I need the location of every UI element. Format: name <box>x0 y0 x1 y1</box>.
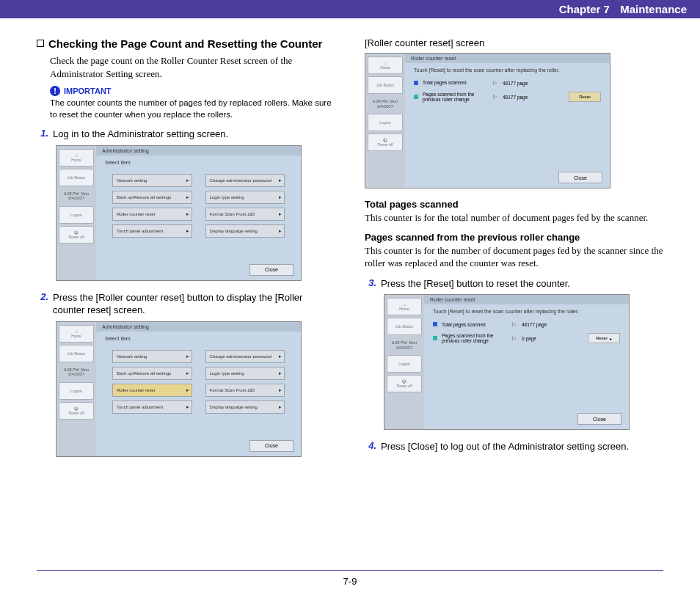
prev-pages-value: 48177 page <box>503 95 547 100</box>
step-text: Press the [Reset] button to reset the co… <box>381 277 663 290</box>
prev-pages-row: Pages scanned from the previous roller c… <box>405 89 610 105</box>
format-button[interactable]: Format Scan Front 220▸ <box>205 208 285 221</box>
format-button[interactable]: Format Scan Front 220▸ <box>205 384 285 397</box>
chapter-header: Chapter 7 Maintenance <box>0 0 700 18</box>
logout-button[interactable]: Logout <box>387 355 422 373</box>
shot-main-panel: Roller counter reset Touch [Reset] to re… <box>424 295 629 429</box>
chapter-title: Maintenance <box>620 3 687 15</box>
step-number: 4. <box>365 440 376 453</box>
job-button[interactable]: Job Button <box>387 318 422 335</box>
roller-counter-reset-button[interactable]: Roller counter reset▸ <box>112 384 192 397</box>
network-setting-button[interactable]: Network setting▸ <box>112 350 192 363</box>
display-language-button[interactable]: Display language setting▸ <box>205 224 285 238</box>
panel-title: Administrator setting <box>96 146 301 156</box>
logout-button[interactable]: Logout <box>368 114 403 131</box>
reset-button[interactable]: Reset ▸ <box>588 333 620 343</box>
change-password-button[interactable]: Change administrator password▸ <box>205 350 285 363</box>
shot-sidebar: ⌂ Home Job Button 6:08 PM. Mon 6/4/2007 … <box>56 146 96 280</box>
home-button[interactable]: ⌂ Home <box>387 298 422 315</box>
panel-title: Roller counter reset <box>405 54 610 63</box>
time-display: 6:09 PM. Mon 6/4/2007 <box>373 99 398 109</box>
step-text: Log in to the Administrator setting scre… <box>53 128 335 141</box>
login-type-button[interactable]: Login type setting▸ <box>205 367 285 380</box>
rcr-screen-caption: [Roller counter reset] screen <box>365 37 663 48</box>
heading-bullet-icon <box>37 40 44 47</box>
screenshot-admin-setting-highlight: ⌂ Home Job Button 6:08 PM. Mon 6/4/2007 … <box>56 321 302 457</box>
poweroff-button[interactable]: ⏻ Power off <box>59 402 94 420</box>
prev-pages-desc: This counter is for the number of docume… <box>365 244 663 270</box>
poweroff-button[interactable]: ⏻ Power off <box>368 133 403 151</box>
step-2: 2. Press the [Roller counter reset] butt… <box>37 291 335 317</box>
close-button[interactable]: Close <box>558 172 602 183</box>
shot-sidebar: ⌂ Home Job Button 6:09 PM. Mon 6/4/2007 … <box>365 54 405 188</box>
important-text: The counter counts the number of pages f… <box>50 98 335 120</box>
chevron-right-icon: ▸ <box>186 228 189 234</box>
display-language-button[interactable]: Display language setting▸ <box>205 400 285 414</box>
step-number: 2. <box>37 291 48 317</box>
time-display: 6:09 PM. Mon 6/4/2007 <box>392 340 417 350</box>
step-1: 1. Log in to the Administrator setting s… <box>37 128 335 141</box>
home-button[interactable]: ⌂ Home <box>59 325 94 343</box>
total-pages-row: Total pages scanned ▷ 48177 page <box>424 318 629 330</box>
section-heading: Checking the Page Count and Resetting th… <box>37 37 335 50</box>
roller-counter-reset-button[interactable]: Roller counter reset▸ <box>112 208 192 221</box>
home-button[interactable]: ⌂ Home <box>368 56 403 74</box>
chevron-right-icon: ▸ <box>186 387 189 393</box>
chevron-right-icon: ▸ <box>279 404 282 410</box>
chevron-right-icon: ▸ <box>186 404 189 410</box>
section-title: Checking the Page Count and Resetting th… <box>48 37 322 50</box>
right-column: [Roller counter reset] screen ⌂ Home Job… <box>365 37 663 467</box>
close-button[interactable]: Close <box>249 440 294 452</box>
network-setting-button[interactable]: Network setting▸ <box>112 174 192 187</box>
shot-sidebar: ⌂ Home Job Button 6:09 PM. Mon 6/4/2007 … <box>384 295 424 429</box>
total-pages-heading: Total pages scanned <box>365 199 663 210</box>
shot-main-panel: Roller counter reset Touch [Reset] to re… <box>405 54 610 188</box>
login-type-button[interactable]: Login type setting▸ <box>205 191 285 204</box>
blue-marker-icon <box>433 322 437 326</box>
panel-title: Roller counter reset <box>424 295 629 304</box>
reset-button[interactable]: Reset <box>569 92 601 102</box>
step-4: 4. Press [Close] to log out of the Admin… <box>365 440 663 453</box>
job-button[interactable]: Job Button <box>368 76 403 94</box>
backup-restore-button[interactable]: Back up/Restore all settings▸ <box>112 367 192 380</box>
prev-pages-row: Pages scanned from the previous roller c… <box>424 330 629 346</box>
job-button[interactable]: Job Button <box>59 169 94 186</box>
chevron-right-icon: ▸ <box>610 336 612 341</box>
time-display: 6:08 PM. Mon 6/4/2007 <box>64 367 89 377</box>
poweroff-button[interactable]: ⏻ Power off <box>59 226 94 244</box>
backup-restore-button[interactable]: Back up/Restore all settings▸ <box>112 191 192 204</box>
total-pages-value: 48177 page <box>503 81 547 86</box>
logout-button[interactable]: Logout <box>59 382 94 400</box>
close-button[interactable]: Close <box>577 413 621 425</box>
chevron-right-icon: ▸ <box>186 370 189 376</box>
touch-panel-button[interactable]: Touch panel adjustment▸ <box>112 224 192 238</box>
screenshot-admin-setting: ⌂ Home Job Button 6:08 PM. Mon 6/4/2007 … <box>56 145 302 281</box>
chevron-right-icon: ▸ <box>279 228 282 234</box>
job-button[interactable]: Job Button <box>59 345 94 362</box>
close-button[interactable]: Close <box>249 264 294 276</box>
triangle-icon: ▷ <box>493 80 497 86</box>
section-body: Check the page count on the Roller Count… <box>50 54 335 80</box>
blue-marker-icon <box>414 81 418 85</box>
select-item-label: Select item. <box>96 332 301 343</box>
page-number: 7-9 <box>0 576 700 587</box>
teal-marker-icon <box>414 95 418 99</box>
triangle-icon: ▷ <box>512 335 516 341</box>
shot-main-panel: Administrator setting Select item. Netwo… <box>96 322 301 456</box>
total-pages-row: Total pages scanned ▷ 48177 page <box>405 77 610 89</box>
time-display: 6:08 PM. Mon 6/4/2007 <box>64 191 89 201</box>
change-password-button[interactable]: Change administrator password▸ <box>205 174 285 187</box>
chapter-number: Chapter 7 <box>559 3 610 15</box>
step-3: 3. Press the [Reset] button to reset the… <box>365 277 663 290</box>
step-number: 3. <box>365 277 376 290</box>
chevron-right-icon: ▸ <box>279 194 282 200</box>
home-button[interactable]: ⌂ Home <box>59 149 94 167</box>
logout-button[interactable]: Logout <box>59 206 94 224</box>
total-pages-desc: This counter is for the total number of … <box>365 211 663 224</box>
chevron-right-icon: ▸ <box>186 194 189 200</box>
poweroff-button[interactable]: ⏻ Power off <box>387 375 422 392</box>
chevron-right-icon: ▸ <box>279 211 282 217</box>
touch-panel-button[interactable]: Touch panel adjustment▸ <box>112 400 192 414</box>
teal-marker-icon <box>433 336 437 340</box>
left-column: Checking the Page Count and Resetting th… <box>37 37 335 467</box>
